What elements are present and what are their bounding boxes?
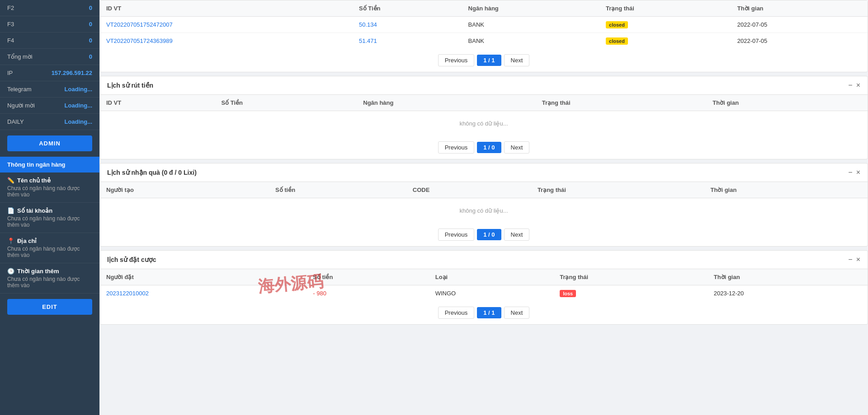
table-empty-row: không có dữ liệu... xyxy=(100,198,868,224)
gh-col-amount: Số tiền xyxy=(269,182,406,198)
cell-amount: 51.471 xyxy=(353,33,462,49)
empty-text: không có dữ liệu... xyxy=(100,198,868,224)
cell-date: 2022-07-05 xyxy=(731,17,868,33)
bet-pagination: Previous 1 / 1 Next xyxy=(100,301,868,324)
sidebar-value-tong-moi: 0 xyxy=(89,53,92,60)
next-button[interactable]: Next xyxy=(504,307,530,319)
bet-history-section: lịch sử đặt cược − × Người đặt Số tiền L… xyxy=(99,250,868,325)
col-thoi-gian: Thời gian xyxy=(731,0,868,17)
sidebar-label-nguoi-moi: Người mời xyxy=(7,102,35,109)
sidebar-item-f4: F4 0 xyxy=(0,33,99,49)
minimize-button[interactable]: − xyxy=(848,256,852,263)
close-button[interactable]: × xyxy=(856,256,860,263)
withdraw-table: ID VT Số Tiền Ngân hàng Trạng thái Thời … xyxy=(100,95,868,136)
withdraw-history-section: Lịch sử rút tiền − × ID VT Số Tiền Ngân … xyxy=(99,76,868,159)
bh-col-type: Loại xyxy=(429,269,553,285)
transaction-table: ID VT Số Tiền Ngân hàng Trạng thái Thời … xyxy=(100,0,868,49)
bh-col-time: Thời gian xyxy=(708,269,868,285)
transaction-section: ID VT Số Tiền Ngân hàng Trạng thái Thời … xyxy=(99,0,868,72)
bh-col-amount: Số tiền xyxy=(307,269,429,285)
prev-button[interactable]: Previous xyxy=(438,228,475,241)
bet-table: Người đặt Số tiền Loại Trạng thái Thời g… xyxy=(100,269,868,301)
page-indicator: 1 / 0 xyxy=(477,229,501,240)
wh-col-amount: Số Tiền xyxy=(215,95,357,111)
gh-col-time: Thời gian xyxy=(704,182,868,198)
sidebar-item-daily: DAILY Loading... xyxy=(0,114,99,130)
page-indicator: 1 / 0 xyxy=(477,142,501,153)
cell-bank: BANK xyxy=(462,17,599,33)
bank-value-address: Chưa có ngân hàng nào được thêm vào xyxy=(7,246,92,258)
sidebar-value-telegram: Loading... xyxy=(65,86,92,93)
bank-info-account: 📄 Số tài khoản Chưa có ngân hàng nào đượ… xyxy=(0,203,99,233)
table-row: 2023122010002 - 980 WINGO loss 2023-12-2… xyxy=(100,285,868,302)
sidebar-item-ip: IP 157.296.591.22 xyxy=(0,65,99,81)
col-trang-thai: Trạng thái xyxy=(599,0,731,17)
wh-col-id: ID VT xyxy=(100,95,215,111)
bet-history-header: lịch sử đặt cược − × xyxy=(100,251,868,269)
prev-button[interactable]: Previous xyxy=(438,141,475,154)
cell-bank: BANK xyxy=(462,33,599,49)
wh-col-bank: Ngân hàng xyxy=(357,95,535,111)
sidebar-label-telegram: Telegram xyxy=(7,86,31,93)
sidebar-label-f3: F3 xyxy=(7,21,14,28)
bank-section-title: Thông tin ngân hàng xyxy=(0,157,99,173)
cell-amount: 50.134 xyxy=(353,17,462,33)
sidebar-value-f2: 0 xyxy=(89,5,92,11)
gh-col-status: Trạng thái xyxy=(531,182,704,198)
bank-value-time: Chưa có ngân hàng nào được thêm vào xyxy=(7,276,92,289)
col-ngan-hang: Ngân hàng xyxy=(462,0,599,17)
wh-col-status: Trạng thái xyxy=(536,95,707,111)
next-button[interactable]: Next xyxy=(504,54,530,66)
pen-icon: ✏️ xyxy=(7,177,14,184)
transaction-pagination: Previous 1 / 1 Next xyxy=(100,49,868,72)
close-button[interactable]: × xyxy=(856,169,860,176)
withdraw-history-header: Lịch sử rút tiền − × xyxy=(100,76,868,95)
cell-date: 2022-07-05 xyxy=(731,33,868,49)
next-button[interactable]: Next xyxy=(504,141,530,154)
gift-history-controls: − × xyxy=(848,169,860,176)
next-button[interactable]: Next xyxy=(504,228,530,241)
col-so-tien: Số Tiền xyxy=(353,0,462,17)
withdraw-history-controls: − × xyxy=(848,82,860,89)
gift-history-section: Lịch sử nhận quà (0 đ / 0 Lixi) − × Ngườ… xyxy=(99,163,868,247)
edit-button[interactable]: EDIT xyxy=(7,299,92,315)
bank-info-name: ✏️ Tên chủ thẻ Chưa có ngân hàng nào đượ… xyxy=(0,173,99,203)
cell-status: closed xyxy=(599,17,731,33)
prev-button[interactable]: Previous xyxy=(438,307,475,319)
cell-amount: - 980 xyxy=(307,285,429,302)
bank-label-time: Thời gian thêm xyxy=(17,268,59,275)
gift-table: Người tạo Số tiền CODE Trạng thái Thời g… xyxy=(100,182,868,223)
sidebar-label-f4: F4 xyxy=(7,37,14,44)
clock-icon: 🕒 xyxy=(7,268,14,275)
bh-col-player: Người đặt xyxy=(100,269,307,285)
sidebar-value-f3: 0 xyxy=(89,21,92,28)
wh-col-time: Thời gian xyxy=(706,95,868,111)
bank-label-name: Tên chủ thẻ xyxy=(17,177,51,184)
bh-col-status: Trạng thái xyxy=(553,269,708,285)
sidebar-item-tong-moi: Tổng mời 0 xyxy=(0,49,99,65)
sidebar-value-f4: 0 xyxy=(89,37,92,44)
empty-text: không có dữ liệu... xyxy=(100,111,868,136)
gh-col-code: CODE xyxy=(406,182,531,198)
prev-button[interactable]: Previous xyxy=(438,54,475,66)
sidebar-item-f2: F2 0 xyxy=(0,0,99,16)
bet-history-controls: − × xyxy=(848,256,860,263)
gift-pagination: Previous 1 / 0 Next xyxy=(100,223,868,246)
withdraw-pagination: Previous 1 / 0 Next xyxy=(100,136,868,159)
sidebar-value-ip: 157.296.591.22 xyxy=(52,70,92,76)
sidebar-label-daily: DAILY xyxy=(7,118,24,125)
bet-history-title: lịch sử đặt cược xyxy=(107,256,156,263)
minimize-button[interactable]: − xyxy=(848,82,852,89)
minimize-button[interactable]: − xyxy=(848,169,852,176)
table-empty-row: không có dữ liệu... xyxy=(100,111,868,136)
cell-type: WINGO xyxy=(429,285,553,302)
table-row: VT202207051724363989 51.471 BANK closed … xyxy=(100,33,868,49)
sidebar-value-daily: Loading... xyxy=(65,118,92,125)
admin-button[interactable]: ADMIN xyxy=(7,135,92,151)
bank-info-time: 🕒 Thời gian thêm Chưa có ngân hàng nào đ… xyxy=(0,263,99,294)
close-button[interactable]: × xyxy=(856,82,860,89)
sidebar-label-ip: IP xyxy=(7,70,13,76)
main-content: ID VT Số Tiền Ngân hàng Trạng thái Thời … xyxy=(99,0,868,415)
sidebar-item-nguoi-moi: Người mời Loading... xyxy=(0,98,99,114)
sidebar-item-telegram: Telegram Loading... xyxy=(0,81,99,98)
